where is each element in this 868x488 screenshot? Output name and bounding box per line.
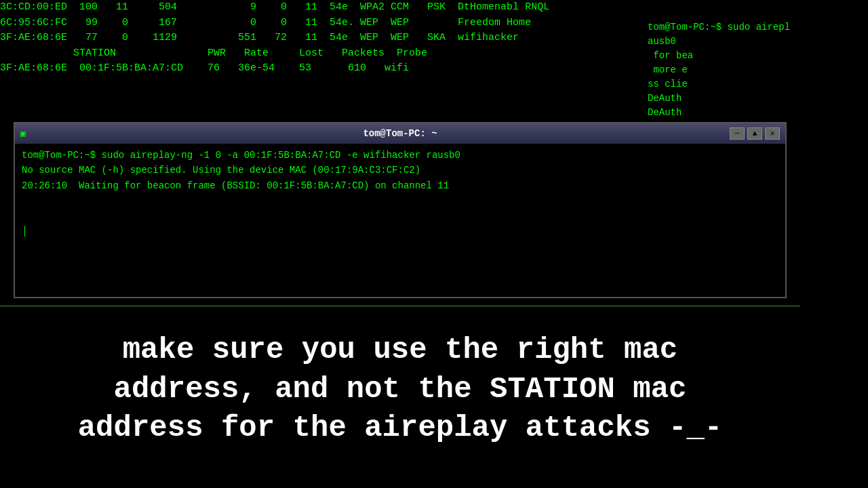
fg-row-0: tom@Tom-PC:~$ sudo aireplay-ng -1 0 -a 0… bbox=[22, 148, 778, 163]
rp-row-0: tom@Tom-PC:~$ sudo airepl bbox=[648, 20, 865, 35]
fg-terminal-icon: ▣ bbox=[20, 128, 26, 139]
subtitle-line2: address, and not the STATION mac bbox=[0, 370, 800, 409]
fg-row-4 bbox=[22, 209, 778, 224]
rp-row-6: DeAuth bbox=[648, 106, 865, 120]
fg-titlebar: ▣ tom@Tom-PC: ~ ─ ▲ ✕ bbox=[15, 123, 785, 144]
close-button[interactable]: ✕ bbox=[765, 127, 780, 140]
maximize-button[interactable]: ▲ bbox=[747, 127, 762, 140]
fg-terminal: ▣ tom@Tom-PC: ~ ─ ▲ ✕ tom@Tom-PC:~$ sudo… bbox=[14, 122, 787, 298]
fg-title-buttons: ─ ▲ ✕ bbox=[730, 127, 780, 140]
fg-content: tom@Tom-PC:~$ sudo aireplay-ng -1 0 -a 0… bbox=[15, 144, 785, 297]
subtitle-overlay: make sure you use the right mac address,… bbox=[0, 331, 800, 447]
rp-row-2: for bea bbox=[648, 49, 865, 63]
rp-row-5: DeAuth bbox=[648, 92, 865, 106]
fg-row-3 bbox=[22, 193, 778, 208]
fg-title-left: ▣ bbox=[20, 128, 26, 139]
divider bbox=[0, 305, 800, 307]
rp-row-4: ss clie bbox=[648, 77, 865, 92]
minimize-button[interactable]: ─ bbox=[730, 127, 745, 140]
fg-row-1: No source MAC (-h) specified. Using the … bbox=[22, 163, 778, 178]
subtitle-line1: make sure you use the right mac bbox=[0, 331, 800, 369]
fg-cursor-row: │ bbox=[22, 224, 778, 239]
fg-title-text: tom@Tom-PC: ~ bbox=[363, 128, 437, 139]
subtitle-line3: address for the aireplay attacks -_- bbox=[0, 409, 800, 447]
rp-row-3: more e bbox=[648, 63, 865, 77]
rp-row-1: ausb0 bbox=[648, 35, 865, 49]
fg-row-2: 20:26:10 Waiting for beacon frame (BSSID… bbox=[22, 178, 778, 193]
